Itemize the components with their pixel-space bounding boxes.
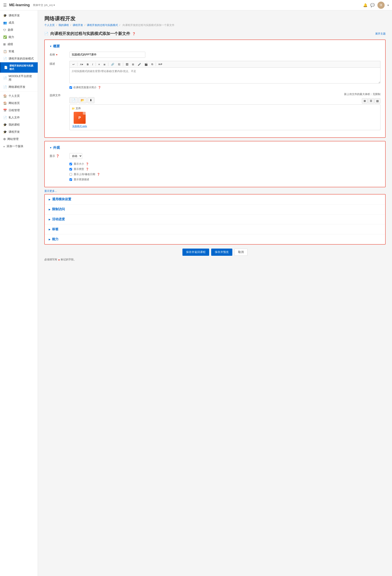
desc-field-content: ↩ A▾ B I ≡ ≣ 🔗 ⛓	[69, 61, 380, 89]
overview-section: ▼ 概要 名称 ●	[44, 39, 386, 138]
sidebar-item-general[interactable]: 📋 常规	[0, 48, 38, 55]
checkbox-group: 显示大小 ❓ 显示类型 ❓ 显示上传/修改日期 ❓	[69, 162, 380, 181]
sidebar-item-ability[interactable]: ✅ 能力	[0, 33, 38, 41]
header: ☰ ME-learning 简体中文 (zh_cn) ▾ 🔔 💬 张 ▾	[0, 0, 392, 10]
toolbar-unlink[interactable]: ⛓	[116, 62, 122, 67]
lang-selector[interactable]: 简体中文 (zh_cn) ▾	[33, 3, 55, 7]
toolbar-italic[interactable]: I	[91, 62, 95, 67]
toolbar-mic[interactable]: 🎤	[136, 62, 142, 67]
help-icon-display[interactable]: ❓	[56, 154, 59, 158]
file-download-btn[interactable]: ⬇	[87, 97, 94, 103]
required-dot: ●	[58, 258, 60, 261]
display-row: 显示 ❓ 自动	[50, 153, 380, 159]
toolbar-list-ul[interactable]: ≡	[97, 62, 102, 67]
action-row: 保存并返回课程 保存并预览 取消	[44, 249, 386, 256]
show-summary-checkbox[interactable]	[69, 86, 72, 89]
bell-icon[interactable]: 🔔	[363, 3, 367, 7]
show-desc-checkbox[interactable]	[69, 178, 72, 181]
required-note: 必须填写有 ● 标记的字段。	[44, 258, 386, 261]
appearance-header[interactable]: ▼ 外观	[50, 145, 380, 150]
sidebar-item-course-dev[interactable]: 🎓 课程开发	[0, 12, 38, 19]
show-type-checkbox[interactable]	[69, 168, 72, 171]
sidebar-item-calendar[interactable]: 📅 日程管理	[0, 107, 38, 114]
sidebar-item-grades[interactable]: ⊞ 成绩	[0, 41, 38, 48]
save-preview-button[interactable]: 保存并预览	[211, 249, 232, 256]
show-date-row: 显示上传/修改日期 ❓	[69, 173, 380, 176]
view-tree-btn[interactable]: ▤	[374, 98, 380, 104]
sidebar-item-personal[interactable]: 🏠 个人主页	[0, 92, 38, 100]
sidebar-item-site-home[interactable]: 🏠 网站首页	[0, 100, 38, 107]
expand-btn[interactable]: 展开主题	[375, 32, 386, 35]
help-size[interactable]: ❓	[86, 163, 89, 166]
breadcrumb-personal[interactable]: 个人主页	[44, 24, 55, 27]
sidebar-item-course-goal[interactable]: 📄 课程开发的目标模式	[0, 55, 38, 62]
sidebar-item-private-files[interactable]: 📄 私人文件	[0, 114, 38, 121]
toolbar-bold[interactable]: B	[85, 62, 90, 67]
sidebar-item-add-block[interactable]: + 添加一个版块	[0, 143, 38, 150]
sidebar-item-members[interactable]: 👥 成员	[0, 19, 38, 26]
view-list-btn[interactable]: ☰	[368, 98, 374, 104]
help-date[interactable]: ❓	[97, 173, 100, 176]
help-icon[interactable]: ❓	[132, 32, 136, 35]
sidebar-item-course-practice[interactable]: 📄 课程开发的过程与实践模式	[0, 62, 38, 73]
show-type-row: 显示类型 ❓	[69, 167, 380, 171]
access-control-header[interactable]: ▶ 限制访问	[45, 204, 385, 214]
sidebar-item-course-dev2[interactable]: 🎓 课程开发	[0, 128, 38, 136]
sep1	[77, 62, 78, 66]
toolbar-list-ol[interactable]: ≣	[102, 62, 107, 67]
course-goal-icon: 📄	[3, 57, 7, 60]
toolbar-fontsize[interactable]: A▾	[79, 62, 85, 67]
toolbar-image[interactable]: 🖼	[124, 62, 130, 67]
tags-header[interactable]: ▶ 标签	[45, 224, 385, 234]
toolbar-table[interactable]: ⊞	[130, 62, 136, 67]
view-grid-btn[interactable]: ⊞	[362, 98, 368, 104]
help-type[interactable]: ❓	[86, 168, 89, 171]
name-label: 名称 ●	[50, 52, 69, 58]
toolbar-video[interactable]: 🎬	[143, 62, 149, 67]
menu-icon[interactable]: ☰	[3, 3, 7, 8]
dropdown-arrow[interactable]: ▾	[387, 3, 389, 7]
course-dev-icon: 🎓	[3, 14, 7, 17]
cancel-button[interactable]: 取消	[234, 249, 248, 256]
sidebar-item-badges[interactable]: 🛡 勋章	[0, 26, 38, 33]
folder-name: 文件	[76, 107, 81, 110]
help-icon-summary[interactable]: ❓	[98, 86, 101, 89]
toolbar-undo[interactable]: ↩	[71, 62, 76, 67]
overview-header[interactable]: ▼ 概要	[50, 44, 380, 49]
collapse-sections: ▶ 通用模块设置 ▶ 限制访问 ▶ 活动进度	[44, 194, 386, 245]
file-folder-btn[interactable]: 📂	[79, 97, 87, 103]
section-heading: 向课程开发的过程与实践模式添加一个新文件	[50, 31, 130, 36]
sidebar-item-moodle[interactable]: 📄 MOODLE平台的使用	[0, 73, 38, 84]
toolbar-copy[interactable]: ⧉	[150, 62, 155, 67]
breadcrumb-my-courses[interactable]: 我的课程	[58, 24, 69, 27]
chat-icon[interactable]: 💬	[370, 3, 375, 7]
ability-icon: ✅	[3, 35, 7, 39]
show-more-link[interactable]: 显示更多...	[44, 188, 386, 194]
general-settings-header[interactable]: ▶ 通用模块设置	[45, 195, 385, 204]
general-settings-label: 通用模块设置	[52, 197, 71, 202]
ability-header[interactable]: ▶ 能力	[45, 234, 385, 244]
breadcrumb-course-dev[interactable]: 课程开发	[73, 24, 83, 27]
tags-label: 标签	[52, 227, 58, 231]
avatar[interactable]: 张	[377, 1, 385, 9]
desc-textarea[interactable]	[69, 67, 380, 84]
toolbar-hp[interactable]: H·P	[157, 62, 164, 66]
breadcrumb: 个人主页 / 我的课程 / 课程开发 / 课程开发的过程与实践模式 / 向课程开…	[44, 23, 386, 27]
sidebar-item-web-dev[interactable]: 📄 网络课程开发	[0, 84, 38, 91]
members-icon: 👥	[3, 21, 7, 25]
sidebar-item-my-courses[interactable]: 🎓 我的课程	[0, 121, 38, 128]
save-return-button[interactable]: 保存并返回课程	[182, 249, 209, 256]
show-size-checkbox[interactable]	[69, 163, 72, 165]
show-date-checkbox[interactable]	[69, 173, 72, 176]
activity-progress-label: 活动进度	[52, 217, 65, 221]
name-input[interactable]	[69, 52, 145, 58]
activity-progress-header[interactable]: ▶ 活动进度	[45, 214, 385, 224]
breadcrumb-current: 向课程开发的过程与实践模式添加一个新文件	[123, 24, 174, 27]
page-title: 网络课程开发	[44, 15, 386, 22]
toolbar-link[interactable]: 🔗	[109, 62, 116, 67]
sidebar-item-site-admin[interactable]: ⚙ 网站管理	[0, 136, 38, 143]
file-new-btn[interactable]: 📄	[69, 97, 78, 103]
file-name-link[interactable]: 实践模式.pptx	[72, 125, 87, 128]
display-select[interactable]: 自动	[69, 153, 82, 159]
breadcrumb-practice-mode[interactable]: 课程开发的过程与实践模式	[87, 24, 118, 27]
